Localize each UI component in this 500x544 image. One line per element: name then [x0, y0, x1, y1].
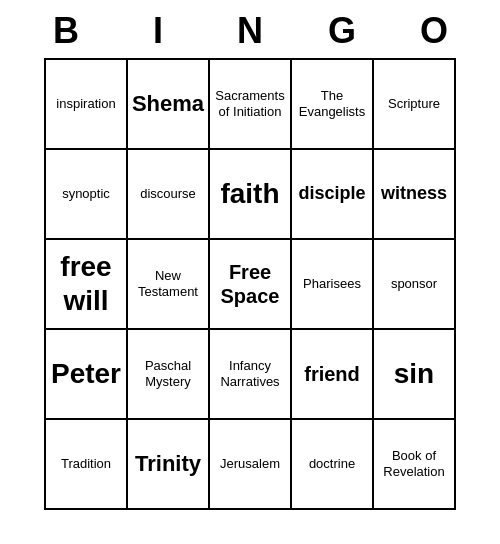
cell-r5c2: Trinity — [128, 420, 210, 510]
letter-o: O — [393, 10, 475, 52]
cell-r4c2: Paschal Mystery — [128, 330, 210, 420]
cell-r5c5: Book of Revelation — [374, 420, 456, 510]
cell-r1c5: Scripture — [374, 60, 456, 150]
letter-i: I — [117, 10, 199, 52]
cell-r2c5: witness — [374, 150, 456, 240]
cell-r1c4: The Evangelists — [292, 60, 374, 150]
cell-r5c1: Tradition — [46, 420, 128, 510]
letter-g: G — [301, 10, 383, 52]
cell-r1c3: Sacraments of Initiation — [210, 60, 292, 150]
cell-r2c4: disciple — [292, 150, 374, 240]
cell-r4c4: friend — [292, 330, 374, 420]
bingo-grid: inspiration Shema Sacraments of Initiati… — [44, 58, 456, 510]
cell-r3c3-freespace: Free Space — [210, 240, 292, 330]
letter-n: N — [209, 10, 291, 52]
cell-r1c1: inspiration — [46, 60, 128, 150]
bingo-title: B I N G O — [20, 0, 480, 58]
cell-r3c2: New Testament — [128, 240, 210, 330]
cell-r5c3: Jerusalem — [210, 420, 292, 510]
cell-r1c2: Shema — [128, 60, 210, 150]
cell-r3c4: Pharisees — [292, 240, 374, 330]
cell-r2c2: discourse — [128, 150, 210, 240]
cell-r2c1: synoptic — [46, 150, 128, 240]
letter-b: B — [25, 10, 107, 52]
cell-r2c3: faith — [210, 150, 292, 240]
cell-r3c5: sponsor — [374, 240, 456, 330]
cell-r3c1: free will — [46, 240, 128, 330]
cell-r4c3: Infancy Narratives — [210, 330, 292, 420]
cell-r4c5: sin — [374, 330, 456, 420]
cell-r5c4: doctrine — [292, 420, 374, 510]
cell-r4c1: Peter — [46, 330, 128, 420]
